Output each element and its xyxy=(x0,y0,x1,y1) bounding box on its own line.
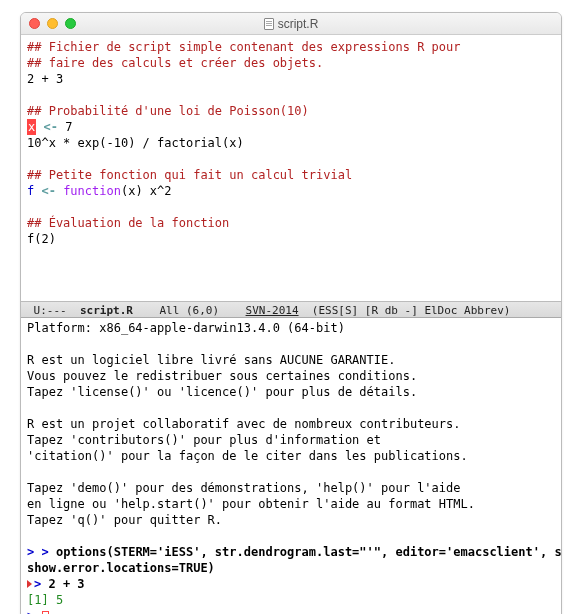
assign-op: <- xyxy=(34,184,63,198)
comment-line: ## Petite fonction qui fait un calcul tr… xyxy=(27,168,352,182)
window-title: script.R xyxy=(21,17,561,31)
comment-line: ## Évaluation de la fonction xyxy=(27,216,229,230)
modeline-editor[interactable]: U:--- script.R All (6,0) SVN-2014 (ESS[S… xyxy=(21,301,561,318)
repl-input: options(STERM='iESS', str.dendrogram.las… xyxy=(56,545,561,559)
zoom-icon[interactable] xyxy=(65,18,76,29)
minimize-icon[interactable] xyxy=(47,18,58,29)
modeline-position: All (6,0) xyxy=(133,304,246,317)
repl-line: Platform: x86_64-apple-darwin13.4.0 (64-… xyxy=(27,321,345,335)
comment-line: ## Probabilité d'une loi de Poisson(10) xyxy=(27,104,309,118)
titlebar: script.R xyxy=(21,13,561,35)
comment-line: ## faire des calculs et créer des objets… xyxy=(27,56,323,70)
repl-line: R est un projet collaboratif avec de nom… xyxy=(27,417,460,431)
repl-line: Tapez 'q()' pour quitter R. xyxy=(27,513,222,527)
repl-prompt: > xyxy=(34,577,48,591)
repl-line: Tapez 'contributors()' pour plus d'infor… xyxy=(27,433,381,447)
repl-output: [1] 5 xyxy=(27,593,63,607)
repl-line: 'citation()' pour la façon de le citer d… xyxy=(27,449,468,463)
repl-prompt: > > xyxy=(27,545,56,559)
window-title-text: script.R xyxy=(278,17,319,31)
code-text: 7 xyxy=(65,120,72,134)
document-icon xyxy=(264,18,274,30)
assign-op: <- xyxy=(36,120,65,134)
repl-line: Tapez 'license()' ou 'licence()' pour pl… xyxy=(27,385,417,399)
repl-input-wrap: show.error.locations=TRUE) xyxy=(27,561,215,575)
repl-pane[interactable]: Platform: x86_64-apple-darwin13.4.0 (64-… xyxy=(21,318,561,614)
repl-prompt: > xyxy=(27,609,41,614)
modeline-buffer-name: script.R xyxy=(80,304,133,317)
continuation-icon xyxy=(27,580,32,588)
traffic-lights xyxy=(29,18,76,29)
emacs-window: script.R ## Fichier de script simple con… xyxy=(20,12,562,614)
code-line: f(2) xyxy=(27,232,56,246)
repl-input: 2 + 3 xyxy=(48,577,84,591)
point-cursor: x xyxy=(27,119,36,135)
repl-line: R est un logiciel libre livré sans AUCUN… xyxy=(27,353,395,367)
repl-line: en ligne ou 'help.start()' pour obtenir … xyxy=(27,497,475,511)
code-text: (x) x^2 xyxy=(121,184,172,198)
code-line: 2 + 3 xyxy=(27,72,63,86)
modeline-modes: (ESS[S] [R db -] ElDoc Abbrev) xyxy=(299,304,511,317)
code-line: 10^x * exp(-10) / factorial(x) xyxy=(27,136,244,150)
repl-line: Vous pouvez le redistribuer sous certain… xyxy=(27,369,417,383)
comment-line: ## Fichier de script simple contenant de… xyxy=(27,40,460,54)
modeline-vc: SVN-2014 xyxy=(246,304,299,317)
keyword: function xyxy=(63,184,121,198)
close-icon[interactable] xyxy=(29,18,40,29)
repl-line: Tapez 'demo()' pour des démonstrations, … xyxy=(27,481,460,495)
modeline-flags: U:--- xyxy=(27,304,80,317)
editor-pane[interactable]: ## Fichier de script simple contenant de… xyxy=(21,35,561,301)
